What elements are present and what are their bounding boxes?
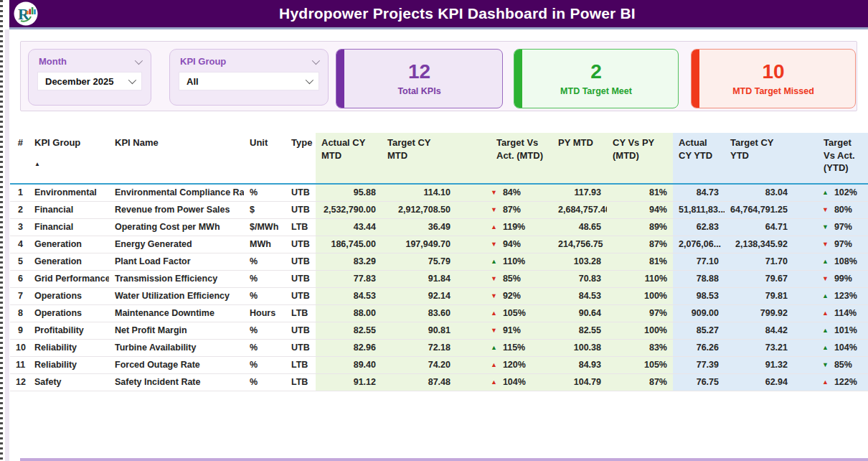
col-header-cy-vs-py-mtd[interactable]: CY Vs PY (MTD) xyxy=(607,133,673,184)
cell-type: UTB xyxy=(286,201,316,218)
cell-kpi-group: Operations xyxy=(29,287,109,304)
trend-triangle-icon: ▼ xyxy=(822,361,829,368)
cell-kpi-group: Safety xyxy=(29,373,109,391)
cell-py-mtd: 214,756.75 xyxy=(552,236,607,253)
cell-actual-cy-ytd: 98.53 xyxy=(673,287,725,304)
cell-unit: $/MWh xyxy=(244,218,286,236)
cell-actual-cy-ytd: 77.39 xyxy=(673,356,725,373)
kpi-group-dropdown[interactable]: All xyxy=(179,72,319,90)
chevron-down-icon xyxy=(128,76,136,84)
col-header-kpi-name[interactable]: KPI Name xyxy=(109,133,244,184)
cell-actual-cy-ytd: 76.75 xyxy=(673,373,725,391)
trend-triangle-icon: ▲ xyxy=(491,258,497,265)
cell-type: UTB xyxy=(286,253,316,270)
table-row[interactable]: 3 Financial Operating Cost per MWh $/MWh… xyxy=(10,218,868,236)
chevron-down-icon[interactable] xyxy=(135,56,143,64)
target-vs-act-mtd-value: 85% xyxy=(503,274,521,284)
table-row[interactable]: 6 Grid Performance Transmission Efficien… xyxy=(10,270,868,287)
cell-target-vs-act-mtd: ▼94% xyxy=(456,236,552,253)
cell-actual-cy-ytd: 78.88 xyxy=(673,270,725,287)
target-vs-act-ytd-value: 97% xyxy=(834,239,852,249)
table-row[interactable]: 8 Operations Maintenance Downtime Hours … xyxy=(10,304,868,322)
month-dropdown[interactable]: December 2025 xyxy=(37,72,142,90)
col-header-unit[interactable]: Unit xyxy=(244,133,286,184)
header-underline xyxy=(9,27,868,29)
cell-target-vs-act-ytd: ▼97% xyxy=(793,218,868,236)
cell-unit: % xyxy=(244,270,286,287)
page-title: Hydropower Projects KPI Dashboard in Pow… xyxy=(9,5,868,22)
cell-kpi-group: Reliability xyxy=(29,339,109,356)
trend-triangle-icon: ▼ xyxy=(491,241,497,248)
cell-target-cy-ytd: 73.21 xyxy=(725,339,793,356)
trend-triangle-icon: ▼ xyxy=(491,206,497,213)
col-header-row-number[interactable]: # xyxy=(10,133,29,184)
cell-cy-vs-py-mtd: 81% xyxy=(607,184,673,201)
cell-kpi-name: Turbine Availability xyxy=(109,339,244,356)
cell-py-mtd: 2,684,757.40 xyxy=(552,201,607,218)
table-row[interactable]: 12 Safety Safety Incident Rate % LTB 91.… xyxy=(10,373,868,391)
cell-target-vs-act-ytd: ▲102% xyxy=(793,184,868,201)
cell-row-number: 3 xyxy=(10,218,29,236)
cell-actual-cy-mtd: 82.55 xyxy=(316,322,382,339)
col-header-actual-cy-mtd[interactable]: Actual CY MTD xyxy=(316,133,382,184)
cell-unit: % xyxy=(244,184,286,201)
table-row[interactable]: 2 Financial Revenue from Power Sales $ U… xyxy=(10,201,868,218)
col-header-target-cy-ytd[interactable]: Target CY YTD xyxy=(725,133,793,184)
cell-cy-vs-py-mtd: 83% xyxy=(607,339,673,356)
col-header-type[interactable]: Type xyxy=(286,133,316,184)
col-header-target-vs-act-mtd[interactable]: Target Vs Act. (MTD) xyxy=(456,133,552,184)
table-row[interactable]: 4 Generation Energy Generated MWh UTB 18… xyxy=(10,236,868,253)
cell-target-cy-mtd: 74.20 xyxy=(382,356,456,373)
cell-row-number: 2 xyxy=(10,201,29,218)
cell-actual-cy-mtd: 84.53 xyxy=(316,287,382,304)
target-vs-act-mtd-value: 94% xyxy=(503,239,521,249)
cell-kpi-name: Transmission Efficiency xyxy=(109,270,244,287)
cell-target-cy-ytd: 79.81 xyxy=(725,287,793,304)
table-row[interactable]: 5 Generation Plant Load Factor % UTB 83.… xyxy=(10,253,868,270)
cell-actual-cy-mtd: 82.96 xyxy=(316,339,382,356)
cell-target-vs-act-mtd: ▼92% xyxy=(456,287,552,304)
cell-kpi-group: Environmental xyxy=(29,184,109,201)
cell-row-number: 11 xyxy=(10,356,29,373)
trend-triangle-icon: ▼ xyxy=(822,223,829,230)
chevron-down-icon[interactable] xyxy=(312,56,320,64)
cell-actual-cy-mtd: 186,745.00 xyxy=(316,236,382,253)
col-header-target-cy-mtd[interactable]: Target CY MTD xyxy=(382,133,456,184)
month-dropdown-value: December 2025 xyxy=(45,76,113,87)
table-row[interactable]: 1 Environmental Environmental Compliance… xyxy=(10,184,868,201)
cell-type: UTB xyxy=(286,339,316,356)
table-row[interactable]: 7 Operations Water Utilization Efficienc… xyxy=(10,287,868,304)
trend-triangle-icon: ▲ xyxy=(491,378,497,386)
cell-kpi-group: Reliability xyxy=(29,356,109,373)
sort-ascending-icon[interactable]: ▲ xyxy=(34,161,103,169)
cell-target-vs-act-ytd: ▲104% xyxy=(793,339,868,356)
col-header-target-vs-act-ytd[interactable]: Target Vs Act. (YTD) xyxy=(793,133,868,184)
cell-target-vs-act-ytd: ▼85% xyxy=(793,356,868,373)
table-row[interactable]: 11 Reliability Forced Outage Rate % LTB … xyxy=(10,356,868,373)
col-header-kpi-group[interactable]: KPI Group ▲ xyxy=(29,133,109,184)
cell-actual-cy-ytd: 2,076,06... xyxy=(673,236,725,253)
mtd-target-missed-value: 10 xyxy=(762,61,784,83)
table-row[interactable]: 9 Profitability Net Profit Margin % UTB … xyxy=(10,322,868,339)
col-header-actual-cy-ytd[interactable]: Actual CY YTD xyxy=(673,133,725,184)
cell-py-mtd: 82.55 xyxy=(552,322,607,339)
table-row[interactable]: 10 Reliability Turbine Availability % UT… xyxy=(10,339,868,356)
cell-cy-vs-py-mtd: 97% xyxy=(607,304,673,322)
cell-cy-vs-py-mtd: 87% xyxy=(607,236,673,253)
trend-triangle-icon: ▼ xyxy=(822,206,829,213)
cell-actual-cy-ytd: 85.27 xyxy=(673,322,725,339)
mtd-target-missed-label: MTD Target Missed xyxy=(732,86,814,96)
col-header-py-mtd[interactable]: PY MTD xyxy=(552,133,607,184)
trend-triangle-icon: ▼ xyxy=(491,275,497,282)
target-vs-act-ytd-value: 97% xyxy=(834,222,852,232)
company-logo: R xyxy=(14,1,38,26)
cell-kpi-name: Maintenance Downtime xyxy=(109,304,244,322)
cell-target-cy-mtd: 75.79 xyxy=(382,253,456,270)
cell-actual-cy-mtd: 43.44 xyxy=(316,218,382,236)
cell-row-number: 12 xyxy=(10,373,29,391)
cell-row-number: 6 xyxy=(10,270,29,287)
cell-kpi-name: Energy Generated xyxy=(109,236,244,253)
target-vs-act-mtd-value: 119% xyxy=(503,222,525,232)
cell-cy-vs-py-mtd: 105% xyxy=(607,356,673,373)
cell-kpi-group: Financial xyxy=(29,201,109,218)
